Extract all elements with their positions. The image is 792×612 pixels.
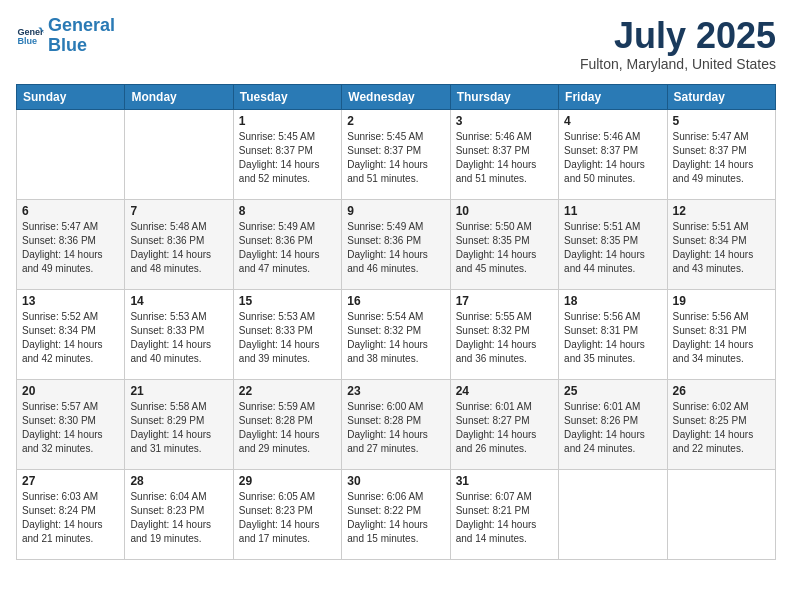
day-number: 27: [22, 474, 119, 488]
calendar-cell: [559, 469, 667, 559]
day-number: 17: [456, 294, 553, 308]
day-info: Sunrise: 5:50 AM Sunset: 8:35 PM Dayligh…: [456, 220, 553, 276]
day-info: Sunrise: 5:45 AM Sunset: 8:37 PM Dayligh…: [347, 130, 444, 186]
calendar-week-row: 1Sunrise: 5:45 AM Sunset: 8:37 PM Daylig…: [17, 109, 776, 199]
calendar-cell: 5Sunrise: 5:47 AM Sunset: 8:37 PM Daylig…: [667, 109, 775, 199]
day-info: Sunrise: 5:48 AM Sunset: 8:36 PM Dayligh…: [130, 220, 227, 276]
day-number: 13: [22, 294, 119, 308]
calendar-cell: 16Sunrise: 5:54 AM Sunset: 8:32 PM Dayli…: [342, 289, 450, 379]
weekday-header-wednesday: Wednesday: [342, 84, 450, 109]
day-number: 19: [673, 294, 770, 308]
day-info: Sunrise: 5:58 AM Sunset: 8:29 PM Dayligh…: [130, 400, 227, 456]
calendar-table: SundayMondayTuesdayWednesdayThursdayFrid…: [16, 84, 776, 560]
calendar-cell: 10Sunrise: 5:50 AM Sunset: 8:35 PM Dayli…: [450, 199, 558, 289]
day-info: Sunrise: 5:47 AM Sunset: 8:36 PM Dayligh…: [22, 220, 119, 276]
day-info: Sunrise: 5:56 AM Sunset: 8:31 PM Dayligh…: [564, 310, 661, 366]
day-info: Sunrise: 5:54 AM Sunset: 8:32 PM Dayligh…: [347, 310, 444, 366]
day-number: 8: [239, 204, 336, 218]
calendar-cell: 14Sunrise: 5:53 AM Sunset: 8:33 PM Dayli…: [125, 289, 233, 379]
day-number: 6: [22, 204, 119, 218]
day-info: Sunrise: 5:46 AM Sunset: 8:37 PM Dayligh…: [456, 130, 553, 186]
day-info: Sunrise: 5:53 AM Sunset: 8:33 PM Dayligh…: [239, 310, 336, 366]
day-info: Sunrise: 5:59 AM Sunset: 8:28 PM Dayligh…: [239, 400, 336, 456]
calendar-cell: 2Sunrise: 5:45 AM Sunset: 8:37 PM Daylig…: [342, 109, 450, 199]
day-info: Sunrise: 6:05 AM Sunset: 8:23 PM Dayligh…: [239, 490, 336, 546]
day-info: Sunrise: 6:01 AM Sunset: 8:26 PM Dayligh…: [564, 400, 661, 456]
day-number: 23: [347, 384, 444, 398]
day-info: Sunrise: 6:06 AM Sunset: 8:22 PM Dayligh…: [347, 490, 444, 546]
day-info: Sunrise: 6:04 AM Sunset: 8:23 PM Dayligh…: [130, 490, 227, 546]
day-info: Sunrise: 5:51 AM Sunset: 8:35 PM Dayligh…: [564, 220, 661, 276]
day-info: Sunrise: 5:57 AM Sunset: 8:30 PM Dayligh…: [22, 400, 119, 456]
calendar-cell: 15Sunrise: 5:53 AM Sunset: 8:33 PM Dayli…: [233, 289, 341, 379]
logo-text: General Blue: [48, 16, 115, 56]
day-number: 31: [456, 474, 553, 488]
calendar-cell: 22Sunrise: 5:59 AM Sunset: 8:28 PM Dayli…: [233, 379, 341, 469]
calendar-cell: 8Sunrise: 5:49 AM Sunset: 8:36 PM Daylig…: [233, 199, 341, 289]
page-header: General Blue General Blue July 2025 Fult…: [16, 16, 776, 72]
calendar-week-row: 27Sunrise: 6:03 AM Sunset: 8:24 PM Dayli…: [17, 469, 776, 559]
day-number: 1: [239, 114, 336, 128]
calendar-cell: 26Sunrise: 6:02 AM Sunset: 8:25 PM Dayli…: [667, 379, 775, 469]
day-info: Sunrise: 6:02 AM Sunset: 8:25 PM Dayligh…: [673, 400, 770, 456]
day-number: 7: [130, 204, 227, 218]
weekday-header-sunday: Sunday: [17, 84, 125, 109]
calendar-cell: 12Sunrise: 5:51 AM Sunset: 8:34 PM Dayli…: [667, 199, 775, 289]
day-info: Sunrise: 6:00 AM Sunset: 8:28 PM Dayligh…: [347, 400, 444, 456]
svg-text:Blue: Blue: [17, 36, 37, 46]
day-number: 4: [564, 114, 661, 128]
day-number: 24: [456, 384, 553, 398]
weekday-header-saturday: Saturday: [667, 84, 775, 109]
calendar-cell: 20Sunrise: 5:57 AM Sunset: 8:30 PM Dayli…: [17, 379, 125, 469]
day-number: 12: [673, 204, 770, 218]
day-number: 3: [456, 114, 553, 128]
calendar-cell: 23Sunrise: 6:00 AM Sunset: 8:28 PM Dayli…: [342, 379, 450, 469]
calendar-cell: 29Sunrise: 6:05 AM Sunset: 8:23 PM Dayli…: [233, 469, 341, 559]
calendar-week-row: 20Sunrise: 5:57 AM Sunset: 8:30 PM Dayli…: [17, 379, 776, 469]
calendar-cell: 31Sunrise: 6:07 AM Sunset: 8:21 PM Dayli…: [450, 469, 558, 559]
day-info: Sunrise: 5:52 AM Sunset: 8:34 PM Dayligh…: [22, 310, 119, 366]
weekday-header-friday: Friday: [559, 84, 667, 109]
calendar-cell: 24Sunrise: 6:01 AM Sunset: 8:27 PM Dayli…: [450, 379, 558, 469]
calendar-cell: 9Sunrise: 5:49 AM Sunset: 8:36 PM Daylig…: [342, 199, 450, 289]
day-number: 10: [456, 204, 553, 218]
day-number: 22: [239, 384, 336, 398]
day-number: 30: [347, 474, 444, 488]
calendar-cell: [125, 109, 233, 199]
calendar-cell: 6Sunrise: 5:47 AM Sunset: 8:36 PM Daylig…: [17, 199, 125, 289]
day-info: Sunrise: 6:07 AM Sunset: 8:21 PM Dayligh…: [456, 490, 553, 546]
day-number: 29: [239, 474, 336, 488]
calendar-cell: 27Sunrise: 6:03 AM Sunset: 8:24 PM Dayli…: [17, 469, 125, 559]
title-block: July 2025 Fulton, Maryland, United State…: [580, 16, 776, 72]
calendar-cell: 21Sunrise: 5:58 AM Sunset: 8:29 PM Dayli…: [125, 379, 233, 469]
day-number: 14: [130, 294, 227, 308]
weekday-header-monday: Monday: [125, 84, 233, 109]
day-info: Sunrise: 5:51 AM Sunset: 8:34 PM Dayligh…: [673, 220, 770, 276]
day-info: Sunrise: 5:47 AM Sunset: 8:37 PM Dayligh…: [673, 130, 770, 186]
calendar-cell: 30Sunrise: 6:06 AM Sunset: 8:22 PM Dayli…: [342, 469, 450, 559]
calendar-cell: 17Sunrise: 5:55 AM Sunset: 8:32 PM Dayli…: [450, 289, 558, 379]
day-number: 5: [673, 114, 770, 128]
location: Fulton, Maryland, United States: [580, 56, 776, 72]
day-info: Sunrise: 6:03 AM Sunset: 8:24 PM Dayligh…: [22, 490, 119, 546]
weekday-header-row: SundayMondayTuesdayWednesdayThursdayFrid…: [17, 84, 776, 109]
day-number: 11: [564, 204, 661, 218]
day-number: 21: [130, 384, 227, 398]
calendar-cell: 4Sunrise: 5:46 AM Sunset: 8:37 PM Daylig…: [559, 109, 667, 199]
weekday-header-tuesday: Tuesday: [233, 84, 341, 109]
calendar-cell: 18Sunrise: 5:56 AM Sunset: 8:31 PM Dayli…: [559, 289, 667, 379]
day-number: 2: [347, 114, 444, 128]
calendar-cell: 19Sunrise: 5:56 AM Sunset: 8:31 PM Dayli…: [667, 289, 775, 379]
calendar-cell: 25Sunrise: 6:01 AM Sunset: 8:26 PM Dayli…: [559, 379, 667, 469]
day-number: 15: [239, 294, 336, 308]
day-info: Sunrise: 5:56 AM Sunset: 8:31 PM Dayligh…: [673, 310, 770, 366]
day-info: Sunrise: 5:49 AM Sunset: 8:36 PM Dayligh…: [347, 220, 444, 276]
day-info: Sunrise: 5:49 AM Sunset: 8:36 PM Dayligh…: [239, 220, 336, 276]
day-info: Sunrise: 5:46 AM Sunset: 8:37 PM Dayligh…: [564, 130, 661, 186]
calendar-cell: [667, 469, 775, 559]
logo-icon: General Blue: [16, 22, 44, 50]
day-number: 25: [564, 384, 661, 398]
calendar-cell: 28Sunrise: 6:04 AM Sunset: 8:23 PM Dayli…: [125, 469, 233, 559]
day-number: 16: [347, 294, 444, 308]
day-number: 9: [347, 204, 444, 218]
